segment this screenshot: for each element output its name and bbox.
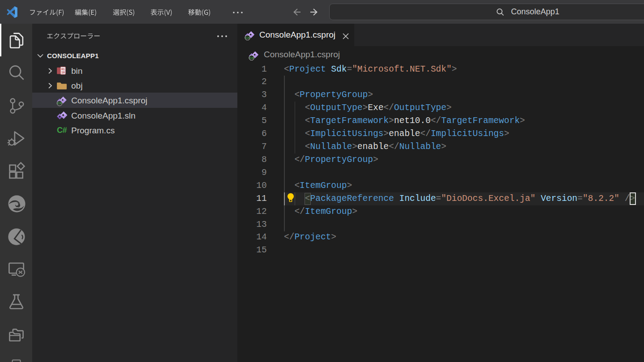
svg-text:C#: C# [57,101,62,105]
svg-text:C#: C# [245,36,249,39]
svg-text:C#: C# [249,56,253,60]
svg-text:10: 10 [61,71,65,74]
svg-text:01: 01 [61,68,65,71]
